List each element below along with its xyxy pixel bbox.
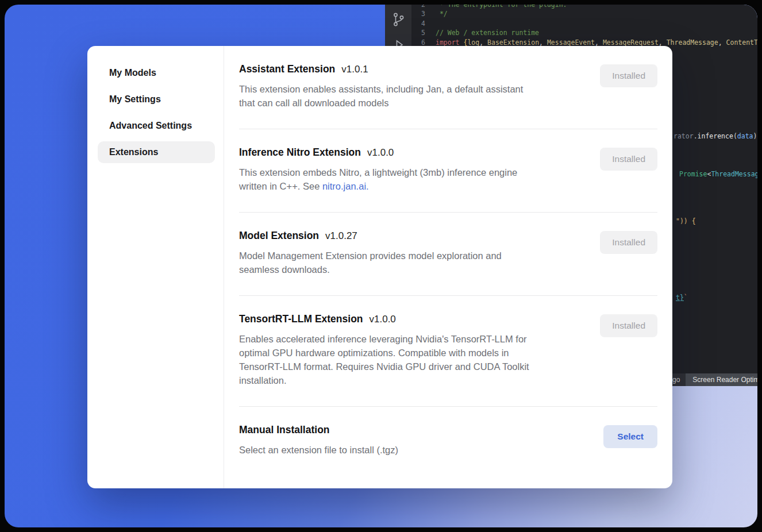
- sidebar-item-extensions[interactable]: Extensions: [98, 141, 215, 163]
- code-token: ThreadMessage: [711, 170, 757, 178]
- gradient-background: 2 * The entrypoint for the plugin.3 */45…: [5, 5, 757, 527]
- extension-info: Model Extensionv1.0.27Model Management E…: [239, 230, 502, 276]
- code-line: 5// Web / extension runtime: [411, 28, 757, 37]
- description-text: This extension embeds Nitro, a lightweig…: [239, 167, 517, 178]
- extension-info: Assistant Extensionv1.0.1This extension …: [239, 63, 523, 110]
- extension-version: v1.0.0: [367, 147, 394, 158]
- description-text: written in C++. See: [239, 181, 322, 191]
- extension-version: v1.0.1: [341, 64, 368, 75]
- code-fragment: Promise<ThreadMessage>: [679, 170, 757, 178]
- sidebar-item-my-models[interactable]: My Models: [98, 62, 215, 84]
- extension-title: Manual Installation: [239, 424, 398, 436]
- code-token: inference: [698, 132, 733, 140]
- code-token: rator: [674, 132, 694, 140]
- status-bar-text: go: [672, 373, 680, 386]
- extension-title: Model Extensionv1.0.27: [239, 230, 502, 242]
- code-token: ,: [595, 38, 603, 47]
- code-token: MessageEvent: [547, 38, 595, 47]
- line-number: 5: [411, 28, 431, 37]
- extension-title: Inference Nitro Extensionv1.0.0: [239, 147, 517, 159]
- code-text: */: [431, 9, 448, 18]
- extension-description: Enables accelerated inference leveraging…: [239, 332, 529, 387]
- description-line: Enables accelerated inference leveraging…: [239, 332, 529, 346]
- description-line: seamless downloads.: [239, 263, 502, 276]
- select-button[interactable]: Select: [603, 425, 657, 448]
- extension-name: Inference Nitro Extension: [239, 147, 361, 158]
- line-number: 3: [411, 9, 431, 18]
- code-token: .: [694, 132, 698, 140]
- code-token: ContentType: [726, 38, 757, 47]
- description-line: Select an extension file to install (.tg…: [239, 443, 398, 457]
- code-token: ")) {: [676, 217, 696, 225]
- installed-button[interactable]: Installed: [600, 64, 657, 87]
- extension-version: v1.0.27: [325, 230, 357, 241]
- extension-description: Select an extension file to install (.tg…: [239, 443, 398, 457]
- extension-description: This extension embeds Nitro, a lightweig…: [239, 165, 517, 193]
- installed-button[interactable]: Installed: [600, 314, 657, 337]
- code-token: ,: [539, 38, 547, 47]
- extension-row: TensortRT-LLM Extensionv1.0.0Enables acc…: [239, 296, 657, 407]
- description-text: seamless downloads.: [239, 264, 330, 275]
- sidebar-item-my-settings[interactable]: My Settings: [98, 88, 215, 110]
- code-fragment: t}`: [676, 294, 688, 302]
- extension-row: Manual InstallationSelect an extension f…: [239, 407, 657, 476]
- extension-info: Manual InstallationSelect an extension f…: [239, 424, 398, 457]
- extension-info: TensortRT-LLM Extensionv1.0.0Enables acc…: [239, 313, 529, 387]
- extension-name: TensortRT-LLM Extension: [239, 313, 363, 325]
- description-line: This extension embeds Nitro, a lightweig…: [239, 165, 517, 179]
- extension-description: Model Management Extension provides mode…: [239, 249, 502, 276]
- code-token: ThreadMessage: [667, 38, 718, 47]
- code-token: ));: [753, 132, 757, 140]
- nitro-jan-ai-link[interactable]: nitro.jan.ai.: [322, 181, 369, 191]
- extension-title: TensortRT-LLM Extensionv1.0.0: [239, 313, 529, 325]
- code-token: // Web / extension runtime: [436, 29, 539, 37]
- description-line: This extension enables assistants, inclu…: [239, 82, 523, 96]
- description-text: Model Management Extension provides mode…: [239, 250, 502, 261]
- description-text: TensorRT-LLM format. Requires Nvidia GPU…: [239, 361, 529, 372]
- code-fragment: rator.inference(data));: [674, 132, 757, 140]
- line-number: 4: [411, 19, 431, 28]
- code-token: (: [733, 132, 737, 140]
- code-line: 2 * The entrypoint for the plugin.: [411, 5, 757, 9]
- code-token: log: [467, 38, 479, 47]
- extension-title: Assistant Extensionv1.0.1: [239, 63, 523, 75]
- code-token: import: [436, 38, 460, 47]
- code-lines[interactable]: 2 * The entrypoint for the plugin.3 */45…: [411, 5, 757, 47]
- settings-sidebar: My ModelsMy SettingsAdvanced SettingsExt…: [87, 46, 224, 488]
- code-token: */: [436, 10, 448, 18]
- extension-name: Manual Installation: [239, 424, 330, 435]
- installed-button[interactable]: Installed: [600, 231, 657, 254]
- description-text: Select an extension file to install (.tg…: [239, 445, 398, 455]
- extension-description: This extension enables assistants, inclu…: [239, 82, 523, 110]
- description-text: This extension enables assistants, inclu…: [239, 84, 523, 94]
- sidebar-item-advanced-settings[interactable]: Advanced Settings: [98, 115, 215, 137]
- extension-row: Model Extensionv1.0.27Model Management E…: [239, 213, 657, 296]
- description-line: optimal GPU hardware optimizations. Comp…: [239, 346, 529, 360]
- description-line: installation.: [239, 373, 529, 387]
- code-token: MessageRequest: [603, 38, 659, 47]
- code-line: 4: [411, 19, 757, 28]
- extension-version: v1.0.0: [370, 314, 396, 325]
- code-token: * The entrypoint for the plugin.: [436, 5, 567, 9]
- screen-reader-optimize-status[interactable]: Screen Reader Optimize: [686, 373, 757, 386]
- extension-list: Assistant Extensionv1.0.1This extension …: [224, 46, 672, 488]
- source-control-icon[interactable]: [390, 11, 406, 28]
- code-line: 3 */: [411, 9, 757, 18]
- description-text: installation.: [239, 375, 287, 385]
- extension-name: Assistant Extension: [239, 63, 335, 75]
- description-line: TensorRT-LLM format. Requires Nvidia GPU…: [239, 360, 529, 373]
- description-line: written in C++. See nitro.jan.ai.: [239, 179, 517, 193]
- description-text: that can call all downloaded models: [239, 98, 389, 108]
- extension-row: Inference Nitro Extensionv1.0.0This exte…: [239, 129, 657, 213]
- code-text: // Web / extension runtime: [431, 28, 539, 37]
- installed-button[interactable]: Installed: [600, 148, 657, 171]
- description-line: that can call all downloaded models: [239, 96, 523, 110]
- extension-name: Model Extension: [239, 230, 319, 241]
- code-token: ,: [479, 38, 487, 47]
- description-text: optimal GPU hardware optimizations. Comp…: [239, 348, 509, 358]
- extension-row: Assistant Extensionv1.0.1This extension …: [239, 46, 657, 129]
- code-token: BaseExtension: [487, 38, 539, 47]
- code-token: Promise: [679, 170, 707, 178]
- code-token: ,: [718, 38, 726, 47]
- settings-modal: My ModelsMy SettingsAdvanced SettingsExt…: [87, 46, 672, 488]
